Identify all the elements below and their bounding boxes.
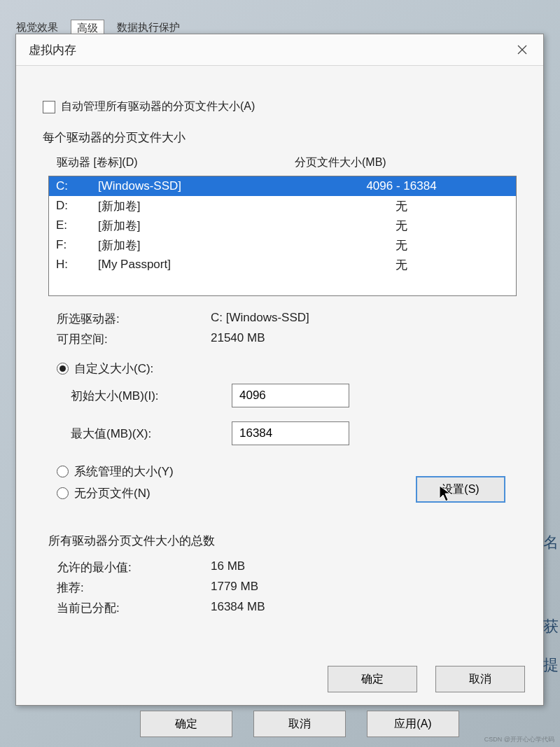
side-text: 名 [543,532,559,553]
drive-letter: D: [56,199,98,213]
drive-letter: F: [56,238,98,252]
initial-size-label: 初始大小(MB)(I): [71,388,232,404]
free-space-value: 21540 MB [211,331,265,347]
drive-label: [新加卷] [98,218,294,234]
selected-drive-label: 所选驱动器: [57,311,211,327]
drive-size: 无 [294,257,509,273]
selected-drive-row: 所选驱动器: C: [Windows-SSD] [43,309,522,329]
cur-row: 当前已分配: 16384 MB [43,598,522,618]
close-button[interactable] [507,38,538,62]
auto-manage-label: 自动管理所有驱动器的分页文件大小(A) [61,99,255,114]
drive-size: 无 [294,237,509,253]
drive-size: 无 [294,198,509,214]
watermark: CSDN @开开心心学代码 [484,735,554,744]
cur-label: 当前已分配: [57,600,211,616]
min-value: 16 MB [211,559,245,575]
free-space-row: 可用空间: 21540 MB [43,329,522,349]
set-button[interactable]: 设置(S) [416,476,505,503]
min-label: 允许的最小值: [57,559,211,575]
dialog-content: 自动管理所有驱动器的分页文件大小(A) 每个驱动器的分页文件大小 驱动器 [卷标… [16,66,543,632]
initial-size-input[interactable] [232,384,349,407]
free-space-label: 可用空间: [57,331,211,347]
drive-row[interactable]: E: [新加卷] 无 [49,216,516,235]
totals-header: 所有驱动器分页文件大小的总数 [43,517,522,557]
drive-label: [Windows-SSD] [98,179,294,193]
cur-value: 16384 MB [211,600,265,616]
rec-label: 推荐: [57,580,211,596]
max-size-label: 最大值(MB)(X): [71,426,232,442]
ok-button[interactable]: 确定 [328,666,417,692]
custom-size-label: 自定义大小(C): [74,361,153,377]
drive-header-col1: 驱动器 [卷标](D) [57,155,295,170]
selected-drive-value: C: [Windows-SSD] [211,311,309,327]
auto-manage-checkbox[interactable] [43,101,55,113]
auto-manage-row[interactable]: 自动管理所有驱动器的分页文件大小(A) [43,99,522,114]
drive-letter: C: [56,179,98,193]
virtual-memory-dialog: 虚拟内存 自动管理所有驱动器的分页文件大小(A) 每个驱动器的分页文件大小 驱动… [15,34,544,706]
max-size-input[interactable] [232,421,349,445]
drive-row[interactable]: F: [新加卷] 无 [49,235,516,255]
rec-value: 1779 MB [211,580,258,596]
parent-ok-button[interactable]: 确定 [140,711,232,737]
drive-label: [My Passport] [98,258,294,272]
drive-row[interactable]: D: [新加卷] 无 [49,196,516,216]
close-icon [517,45,527,55]
dialog-title: 虚拟内存 [29,42,76,58]
parent-cancel-button[interactable]: 取消 [253,711,346,737]
parent-dialog-buttons: 确定 取消 应用(A) [140,711,459,737]
side-text: 提 [543,655,559,676]
custom-size-radio[interactable] [57,363,69,375]
drive-label: [新加卷] [98,198,294,214]
drive-header-col2: 分页文件大小(MB) [295,155,386,170]
initial-size-row: 初始大小(MB)(I): [43,379,522,412]
cancel-button[interactable]: 取消 [435,666,525,692]
drive-size: 无 [294,218,509,234]
drive-letter: H: [56,258,98,272]
min-row: 允许的最小值: 16 MB [43,557,522,578]
max-size-row: 最大值(MB)(X): [43,417,522,449]
dialog-footer: 确定 取消 [328,666,525,692]
drive-row[interactable]: C: [Windows-SSD] 4096 - 16384 [49,176,516,196]
drive-letter: E: [56,218,98,232]
per-drive-label: 每个驱动器的分页文件大小 [43,130,522,146]
drive-row[interactable]: H: [My Passport] 无 [49,255,516,274]
custom-size-row[interactable]: 自定义大小(C): [43,358,522,379]
drive-list[interactable]: C: [Windows-SSD] 4096 - 16384 D: [新加卷] 无… [48,176,517,296]
titlebar: 虚拟内存 [16,34,543,66]
drive-size: 4096 - 16384 [294,179,509,193]
side-text: 获 [543,616,559,637]
drive-label: [新加卷] [98,237,294,253]
drive-list-header: 驱动器 [卷标](D) 分页文件大小(MB) [43,153,522,173]
rec-row: 推荐: 1779 MB [43,578,522,598]
parent-apply-button[interactable]: 应用(A) [367,711,459,737]
set-button-row: 设置(S) [43,476,522,503]
